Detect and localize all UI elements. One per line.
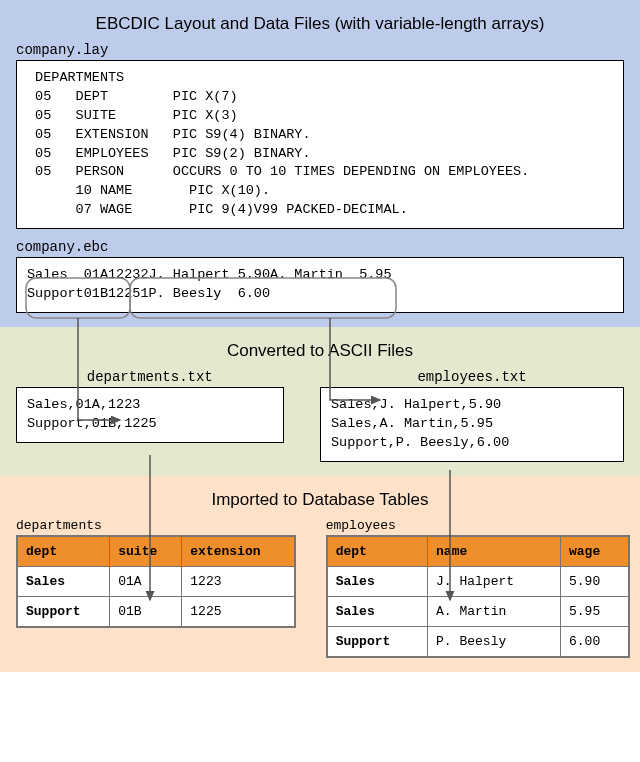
- ebc-file-content: Sales 01A12232J. Halpert 5.90A. Martin 5…: [16, 257, 624, 313]
- departments-table-label: departments: [16, 518, 296, 533]
- name-header: name: [428, 536, 561, 567]
- lay-file-content: DEPARTMENTS 05 DEPT PIC X(7) 05 SUITE PI…: [16, 60, 624, 229]
- table-row: Sales A. Martin 5.95: [327, 596, 629, 626]
- db-section: Imported to Database Tables departments …: [0, 476, 640, 672]
- section1-title: EBCDIC Layout and Data Files (with varia…: [16, 14, 624, 34]
- table-row: Support P. Beesly 6.00: [327, 626, 629, 657]
- section2-title: Converted to ASCII Files: [16, 341, 624, 361]
- lay-file-label: company.lay: [16, 42, 624, 58]
- suite-header: suite: [110, 536, 182, 567]
- ascii-section: Converted to ASCII Files departments.txt…: [0, 327, 640, 476]
- employees-table-label: employees: [326, 518, 630, 533]
- departments-txt-label: departments.txt: [16, 369, 284, 385]
- departments-txt-content: Sales,01A,1223 Support,01B,1225: [16, 387, 284, 443]
- employees-table: dept name wage Sales J. Halpert 5.90 Sal…: [326, 535, 630, 658]
- table-row: Support 01B 1225: [17, 596, 295, 627]
- table-row: Sales J. Halpert 5.90: [327, 566, 629, 596]
- section3-title: Imported to Database Tables: [16, 490, 624, 510]
- wage-header: wage: [561, 536, 629, 567]
- ebc-file-label: company.ebc: [16, 239, 624, 255]
- employees-txt-content: Sales,J. Halpert,5.90 Sales,A. Martin,5.…: [320, 387, 624, 462]
- departments-table: dept suite extension Sales 01A 1223 Supp…: [16, 535, 296, 628]
- dept-header: dept: [17, 536, 110, 567]
- employees-txt-label: employees.txt: [320, 369, 624, 385]
- extension-header: extension: [182, 536, 295, 567]
- ebcdic-section: EBCDIC Layout and Data Files (with varia…: [0, 0, 640, 327]
- table-row: Sales 01A 1223: [17, 566, 295, 596]
- dept-header: dept: [327, 536, 428, 567]
